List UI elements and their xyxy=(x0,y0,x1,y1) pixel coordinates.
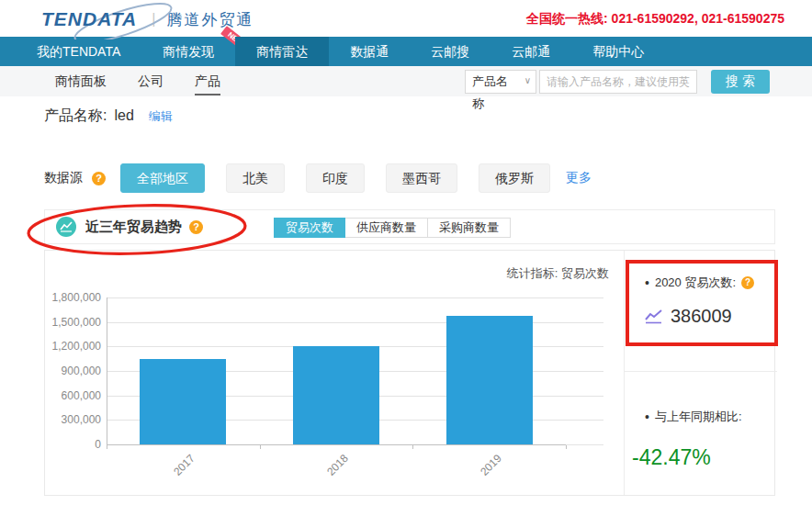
bar-chart: 统计指标: 贸易次数 0300,000600,000900,0001,200,0… xyxy=(45,251,624,495)
compare-stat-label: 与上年同期相比: xyxy=(655,409,742,425)
region-button-印度[interactable]: 印度 xyxy=(306,163,365,193)
y-axis-tick-label: 1,200,000 xyxy=(46,340,101,353)
tab-贸易次数[interactable]: 贸易次数 xyxy=(274,218,345,238)
region-button-北美[interactable]: 北美 xyxy=(226,163,285,193)
brand-cn-name: 腾道外贸通 xyxy=(166,9,254,30)
x-axis-category-label: 2017 xyxy=(160,452,197,489)
x-axis-tick xyxy=(260,445,261,449)
section-title: 近三年贸易趋势 xyxy=(85,219,182,236)
more-regions-link[interactable]: 更多 xyxy=(566,170,592,186)
nav-item-云邮搜[interactable]: 云邮搜 xyxy=(410,37,491,66)
subnav-item-商情面板[interactable]: 商情面板 xyxy=(55,66,107,96)
metric-tabs: 贸易次数供应商数量采购商数量 xyxy=(274,218,511,238)
y-axis-tick-label: 1,800,000 xyxy=(46,291,101,304)
search-category-select[interactable]: 产品名称 ∨ xyxy=(465,70,536,94)
region-list: 全部地区北美印度墨西哥俄罗斯 xyxy=(120,163,550,193)
subnav-item-产品[interactable]: 产品 xyxy=(195,66,220,96)
bar-2019[interactable] xyxy=(446,316,533,444)
compare-stat-value: -42.47% xyxy=(632,445,777,470)
search-group: 产品名称 ∨ 搜 索 xyxy=(465,70,770,94)
tab-采购商数量[interactable]: 采购商数量 xyxy=(428,218,511,238)
x-axis-tick xyxy=(412,445,413,449)
trend-chart-icon xyxy=(56,217,76,237)
trend-card: 统计指标: 贸易次数 0300,000600,000900,0001,200,0… xyxy=(44,250,775,496)
stats-column: • 2020 贸易次数: ? 386009 • 与上年同期相比: -4 xyxy=(624,251,776,495)
brand-logo[interactable]: TENDATA | 腾道外贸通 xyxy=(41,6,254,32)
year-stat-box: • 2020 贸易次数: ? 386009 xyxy=(625,251,777,371)
nav-item-数据通[interactable]: 数据通 xyxy=(329,37,410,66)
tab-供应商数量[interactable]: 供应商数量 xyxy=(345,218,428,238)
year-stat-value: 386009 xyxy=(671,306,732,327)
edit-link[interactable]: 编辑 xyxy=(149,108,173,125)
x-axis-tick xyxy=(107,445,107,449)
year-stat-help-icon[interactable]: ? xyxy=(741,276,754,289)
search-button[interactable]: 搜 索 xyxy=(711,70,770,94)
bullet-icon: • xyxy=(645,410,649,424)
x-axis-tick xyxy=(566,445,567,449)
search-input[interactable] xyxy=(539,70,697,94)
nav-item-我的TENDATA[interactable]: 我的TENDATA xyxy=(16,37,141,66)
y-axis-tick-label: 600,000 xyxy=(46,389,101,402)
y-axis-tick-label: 0 xyxy=(46,438,101,451)
datasource-label: 数据源 xyxy=(44,170,83,186)
logo-text: TENDATA xyxy=(41,8,137,30)
x-axis-line xyxy=(107,444,566,445)
y-axis-tick-label: 1,500,000 xyxy=(46,316,101,329)
x-axis-category-label: 2019 xyxy=(467,452,504,489)
chevron-down-icon: ∨ xyxy=(524,75,531,85)
compare-stat-box: • 与上年同期相比: -42.47% xyxy=(625,371,777,495)
datasource-filter-row: 数据源 ? 全部地区北美印度墨西哥俄罗斯 更多 xyxy=(44,163,592,193)
sub-nav: 商情面板公司产品 产品名称 ∨ 搜 索 xyxy=(0,66,812,96)
top-bar: TENDATA | 腾道外贸通 全国统一热线: 021-61590292, 02… xyxy=(0,0,812,37)
bullet-icon: • xyxy=(645,275,649,290)
product-name-value: led xyxy=(114,107,133,124)
nav-item-云邮通[interactable]: 云邮通 xyxy=(491,37,571,66)
product-line: 产品名称: led 编辑 xyxy=(44,107,173,126)
y-axis-tick-label: 300,000 xyxy=(46,413,101,426)
x-axis-category-label: 2018 xyxy=(313,452,351,489)
y-axis-tick-label: 900,000 xyxy=(46,365,101,377)
nav-item-商情雷达[interactable]: 商情雷达 xyxy=(235,37,329,66)
trend-line-icon xyxy=(645,309,663,324)
trend-section-band: 近三年贸易趋势 ? 贸易次数供应商数量采购商数量 xyxy=(44,209,775,244)
section-help-icon[interactable]: ? xyxy=(189,220,203,234)
region-button-全部地区[interactable]: 全部地区 xyxy=(120,163,205,193)
y-axis-line xyxy=(107,297,107,444)
stat-indicator-label: 统计指标: 贸易次数 xyxy=(507,265,609,282)
hotline-label: 全国统一热线: xyxy=(526,11,608,26)
nav-item-帮助中心[interactable]: 帮助中心 xyxy=(571,37,665,66)
nav-item-商情发现[interactable]: 商情发现NEW xyxy=(141,37,235,66)
region-button-墨西哥[interactable]: 墨西哥 xyxy=(386,163,457,193)
page: TENDATA | 腾道外贸通 全国统一热线: 021-61590292, 02… xyxy=(0,0,812,505)
plot-area: 0300,000600,000900,0001,200,0001,500,000… xyxy=(107,297,603,444)
region-button-俄罗斯[interactable]: 俄罗斯 xyxy=(479,163,550,193)
subnav-item-公司[interactable]: 公司 xyxy=(138,66,164,96)
datasource-help-icon[interactable]: ? xyxy=(92,172,106,185)
product-name-label: 产品名称: xyxy=(44,107,107,126)
bar-2017[interactable] xyxy=(140,359,226,444)
gridline xyxy=(107,297,603,298)
bar-2018[interactable] xyxy=(293,346,379,444)
logo-divider: | xyxy=(152,11,155,28)
main-nav: 我的TENDATA商情发现NEW商情雷达数据通云邮搜云邮通帮助中心 xyxy=(0,37,812,66)
year-stat-label: 2020 贸易次数: xyxy=(655,275,736,291)
search-category-value: 产品名称 xyxy=(472,71,518,115)
hotline-numbers: 021-61590292, 021-61590275 xyxy=(612,11,784,26)
hotline: 全国统一热线: 021-61590292, 021-61590275 xyxy=(526,11,784,28)
